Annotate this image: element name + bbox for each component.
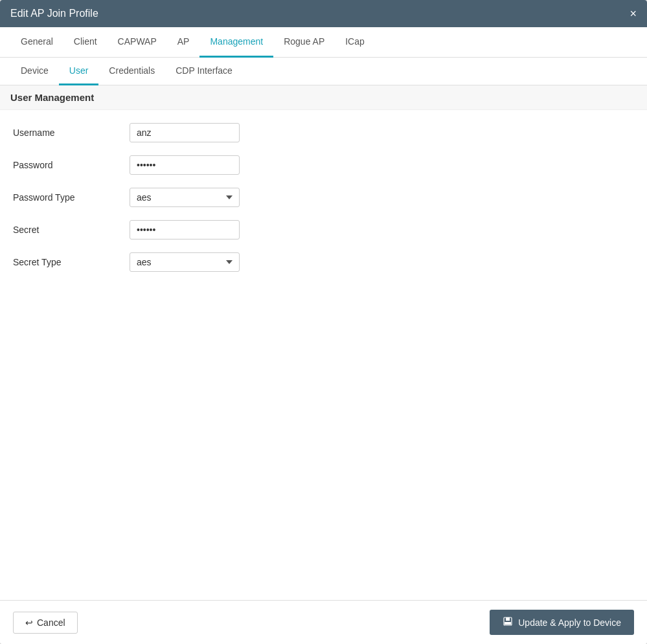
tab-cdp-interface[interactable]: CDP Interface <box>165 58 243 85</box>
secret-type-label: Secret Type <box>13 257 130 267</box>
cancel-icon: ↩ <box>25 617 33 628</box>
tab-device[interactable]: Device <box>10 58 59 85</box>
close-button[interactable]: × <box>630 8 637 19</box>
cancel-label: Cancel <box>37 617 65 628</box>
modal-title: Edit AP Join Profile <box>10 8 98 19</box>
svg-rect-1 <box>506 617 510 621</box>
password-label: Password <box>13 160 130 170</box>
modal-footer: ↩ Cancel Update & Apply to Device <box>0 600 647 644</box>
form-group-secret-type: Secret Type aes clear md5 sha1 <box>13 252 634 272</box>
primary-tabs: General Client CAPWAP AP Management Rogu… <box>0 27 647 58</box>
tab-icap[interactable]: ICap <box>335 27 375 58</box>
username-input[interactable] <box>130 123 240 142</box>
tab-credentials[interactable]: Credentials <box>98 58 165 85</box>
modal-body: User Management Username Password Passwo… <box>0 85 647 600</box>
modal-header: Edit AP Join Profile × <box>0 0 647 27</box>
section-header: User Management <box>0 85 647 110</box>
tab-management[interactable]: Management <box>199 27 273 58</box>
apply-label: Update & Apply to Device <box>518 617 621 628</box>
password-type-label: Password Type <box>13 192 130 203</box>
svg-rect-2 <box>505 622 511 625</box>
apply-button[interactable]: Update & Apply to Device <box>490 610 634 635</box>
secret-label: Secret <box>13 225 130 235</box>
form-group-password-type: Password Type aes clear md5 sha1 <box>13 188 634 207</box>
secondary-tabs: Device User Credentials CDP Interface <box>0 58 647 85</box>
form-group-username: Username <box>13 123 634 142</box>
username-label: Username <box>13 128 130 138</box>
password-input[interactable] <box>130 155 240 175</box>
modal: Edit AP Join Profile × General Client CA… <box>0 0 647 644</box>
secret-input[interactable] <box>130 220 240 239</box>
cancel-button[interactable]: ↩ Cancel <box>13 612 78 634</box>
tab-client[interactable]: Client <box>63 27 108 58</box>
tab-rogue-ap[interactable]: Rogue AP <box>273 27 335 58</box>
tab-general[interactable]: General <box>10 27 63 58</box>
form-group-password: Password <box>13 155 634 175</box>
password-type-select[interactable]: aes clear md5 sha1 <box>130 188 240 207</box>
tab-ap[interactable]: AP <box>167 27 200 58</box>
section-title: User Management <box>10 92 94 103</box>
apply-icon <box>503 616 513 628</box>
secret-type-select[interactable]: aes clear md5 sha1 <box>130 252 240 272</box>
form-group-secret: Secret <box>13 220 634 239</box>
tab-user[interactable]: User <box>59 58 99 85</box>
tab-capwap[interactable]: CAPWAP <box>108 27 167 58</box>
